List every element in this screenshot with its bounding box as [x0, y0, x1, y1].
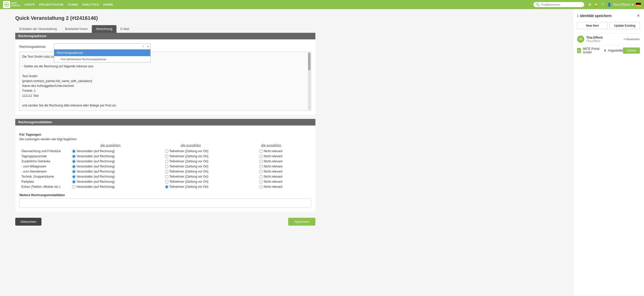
- clear-icon[interactable]: ×: [141, 44, 146, 49]
- radio-label[interactable]: Teilnehmer (Zahlung vor Ort): [165, 175, 255, 178]
- radio-teilnehmer-4[interactable]: [165, 170, 168, 173]
- radio-label[interactable]: Nicht relevant: [259, 180, 309, 183]
- shield-icon[interactable]: 🛡: [601, 3, 605, 7]
- radio-label[interactable]: Veranstalter (auf Rechnung): [72, 175, 161, 178]
- settings-icon[interactable]: ⚙: [588, 3, 592, 7]
- billing-dropdown-list: Rechnungsadresse - Frei definierbare Rec…: [54, 50, 151, 63]
- dropdown-option-rechnungsadresse[interactable]: Rechnungsadresse: [54, 50, 150, 56]
- language-flag[interactable]: [636, 3, 641, 6]
- radio-label[interactable]: Nicht relevant: [259, 154, 309, 158]
- radio-label[interactable]: Teilnehmer (Zahlung vor Ort): [165, 154, 255, 158]
- radio-label[interactable]: Veranstalter (auf Rechnung): [72, 185, 161, 189]
- radio-teilnehmer-6[interactable]: [165, 180, 168, 183]
- update-existing-button[interactable]: Update Existing: [610, 22, 640, 29]
- radio-label[interactable]: Teilnehmer (Zahlung vor Ort): [165, 185, 255, 189]
- dropdown-arrow-icon[interactable]: ▾: [146, 44, 150, 49]
- radio-veranstalter-7[interactable]: [72, 185, 76, 189]
- weitere-input[interactable]: [19, 198, 311, 208]
- radio-nicht-1[interactable]: [259, 155, 263, 158]
- radio-label[interactable]: Teilnehmer (Zahlung vor Ort): [165, 180, 255, 183]
- user-avatar-icon: 👤: [607, 3, 611, 7]
- radio-veranstalter-1[interactable]: [72, 155, 76, 158]
- new-item-button[interactable]: New Item: [577, 22, 608, 29]
- tab-email[interactable]: E-Mail: [116, 25, 133, 33]
- radio-label[interactable]: Teilnehmer (Zahlung vor Ort): [165, 170, 255, 173]
- tab-abrechnung[interactable]: Abrechnung: [92, 25, 116, 33]
- app-logo[interactable]: MICE PORTAL: [3, 1, 20, 8]
- nav-shops[interactable]: SHOPS: [24, 3, 35, 6]
- radio-teilnehmer-3[interactable]: [165, 165, 168, 168]
- modality-col3-8: Nicht relevant: [257, 184, 311, 189]
- cancel-button[interactable]: Abbrechen: [15, 218, 41, 226]
- billing-select-display[interactable]: × ▾: [54, 43, 151, 50]
- radio-label[interactable]: Nicht relevant: [259, 175, 309, 178]
- radio-label[interactable]: Nicht relevant: [259, 160, 309, 163]
- tab-eckdaten[interactable]: Eckdaten der Veranstaltung: [15, 25, 61, 33]
- nav-admin[interactable]: ADMIN: [103, 3, 113, 6]
- nav-projektsuche[interactable]: PROJEKTSUCHE: [39, 3, 63, 6]
- radio-nicht-0[interactable]: [259, 150, 263, 153]
- search-box[interactable]: 🔍: [533, 2, 584, 7]
- radio-label[interactable]: Nicht relevant: [259, 185, 309, 189]
- radio-veranstalter-2[interactable]: [72, 160, 76, 163]
- radio-nicht-5[interactable]: [259, 175, 263, 178]
- radio-nicht-7[interactable]: [259, 185, 263, 189]
- radio-nicht-2[interactable]: [259, 160, 263, 163]
- radio-veranstalter-0[interactable]: [72, 150, 76, 153]
- select-all-2[interactable]: alle auswählen: [181, 144, 201, 147]
- tagungen-desc: Die Leistungen werden wie folgt begliche…: [19, 137, 311, 141]
- radio-label[interactable]: Veranstalter (auf Rechnung): [72, 170, 161, 173]
- radio-veranstalter-5[interactable]: [72, 175, 76, 178]
- radio-nicht-3[interactable]: [259, 165, 263, 168]
- identity-name: Tina Effertz: [586, 36, 603, 39]
- radio-label[interactable]: Veranstalter (auf Rechnung): [72, 149, 161, 153]
- radio-teilnehmer-1[interactable]: [165, 155, 168, 158]
- select-all-3[interactable]: alle auswählen: [261, 144, 281, 147]
- radio-teilnehmer-0[interactable]: [165, 150, 168, 153]
- radio-label[interactable]: Teilnehmer (Zahlung vor Ort): [165, 160, 255, 163]
- update-button[interactable]: Update: [623, 48, 640, 54]
- radio-label[interactable]: Nicht relevant: [259, 165, 309, 168]
- select-all-col-3: alle auswählen: [231, 144, 311, 147]
- select-all-1[interactable]: alle auswählen: [100, 144, 120, 147]
- modalities-body: Für Tagungen Die Leistungen werden wie f…: [15, 126, 315, 212]
- bell-icon[interactable]: 🔔: [594, 3, 598, 7]
- topnav-icons: ⚙ 🔔 🛡 👤 Tina Effertz ▾: [588, 3, 641, 7]
- scrollbar[interactable]: [308, 52, 311, 110]
- radio-veranstalter-6[interactable]: [72, 180, 76, 183]
- modality-col3-6: Nicht relevant: [257, 174, 311, 179]
- radio-label[interactable]: Nicht relevant: [259, 149, 309, 153]
- radio-label[interactable]: Nicht relevant: [259, 170, 309, 173]
- radio-label[interactable]: Veranstalter (auf Rechnung): [72, 160, 161, 163]
- radio-teilnehmer-7[interactable]: [165, 185, 168, 189]
- radio-label[interactable]: Teilnehmer (Zahlung vor Ort): [165, 149, 255, 153]
- radio-nicht-4[interactable]: [259, 170, 263, 173]
- radio-veranstalter-4[interactable]: [72, 170, 76, 173]
- modality-col3-1: Nicht relevant: [257, 149, 311, 154]
- billing-address-section: Rechnungsadresse Rechnungsadresse × ▾: [15, 33, 315, 115]
- radio-label[interactable]: Veranstalter (auf Rechnung): [72, 180, 161, 183]
- radio-nicht-6[interactable]: [259, 180, 263, 183]
- nav-analytics[interactable]: ANALYTICS: [82, 3, 99, 6]
- nav-teams[interactable]: TEAMS: [68, 3, 78, 6]
- tab-bearbeiter[interactable]: Bearbeiter*innen: [61, 25, 92, 33]
- search-input[interactable]: [541, 3, 582, 6]
- edit-identity-link[interactable]: ✏ Bearbeiten: [624, 38, 640, 41]
- modality-col3-2: Nicht relevant: [257, 154, 311, 159]
- billing-search-input[interactable]: [54, 44, 141, 49]
- radio-label[interactable]: Veranstalter (auf Rechnung): [72, 154, 161, 158]
- radio-label[interactable]: Teilnehmer (Zahlung vor Ort): [165, 165, 255, 168]
- table-row: Tagungspauschale Veranstalter (auf Rechn…: [19, 154, 311, 159]
- user-menu[interactable]: 👤 Tina Effertz ▾: [607, 3, 633, 7]
- radio-teilnehmer-5[interactable]: [165, 175, 168, 178]
- dropdown-option-frei[interactable]: - Frei definierbare Rechnungsadresse: [54, 56, 150, 62]
- save-button[interactable]: Speichern: [288, 218, 315, 226]
- billing-address-body: Rechnungsadresse × ▾ Rechnungsadresse: [15, 39, 315, 115]
- radio-label[interactable]: Veranstalter (auf Rechnung): [72, 165, 161, 168]
- radio-veranstalter-3[interactable]: [72, 165, 76, 168]
- radio-teilnehmer-2[interactable]: [165, 160, 168, 163]
- close-panel-button[interactable]: ✕: [637, 13, 640, 18]
- modality-col1-3: Veranstalter (auf Rechnung): [70, 159, 163, 164]
- modality-label-2: Tagungspauschale: [19, 154, 70, 159]
- avatar: TE: [577, 36, 584, 43]
